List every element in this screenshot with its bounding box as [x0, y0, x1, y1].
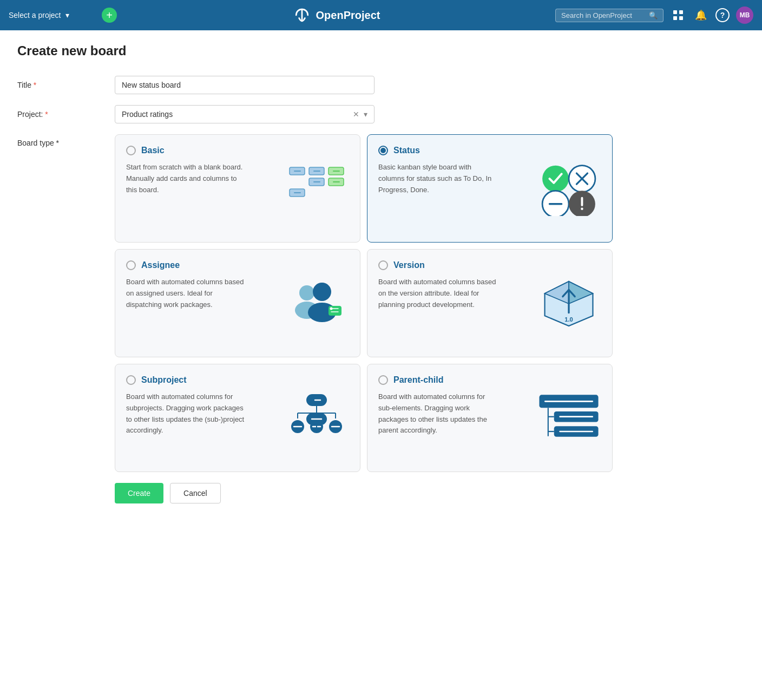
version-desc: Board with automated columns based on th… [378, 277, 497, 310]
subproject-header: Subproject [126, 375, 349, 385]
assignee-header: Assignee [126, 260, 349, 270]
status-icon [536, 162, 601, 216]
help-icon[interactable]: ? [715, 8, 730, 22]
create-button[interactable]: Create [115, 483, 163, 503]
clear-icon[interactable]: ✕ [353, 110, 359, 119]
svg-rect-29 [329, 306, 341, 316]
parent-child-icon [536, 391, 601, 446]
chevron-down-icon: ▾ [65, 11, 69, 19]
parent-child-radio[interactable] [378, 375, 388, 385]
basic-radio[interactable] [126, 146, 136, 155]
parent-child-body: Board with automated columns for sub-ele… [378, 391, 601, 461]
parent-child-header: Parent-child [378, 375, 601, 385]
search-box[interactable]: Search in OpenProject 🔍 [555, 9, 664, 22]
footer-buttons: Create Cancel [115, 483, 745, 503]
assignee-icon [284, 277, 349, 331]
app-header: Select a project ▾ + OpenProject Search … [0, 0, 762, 30]
title-input[interactable] [115, 76, 375, 94]
grid-icon[interactable] [670, 7, 686, 23]
status-radio[interactable] [378, 146, 388, 155]
svg-rect-0 [673, 10, 677, 14]
svg-point-27 [313, 283, 331, 301]
board-type-version[interactable]: Version Board with automated columns bas… [367, 249, 613, 357]
board-type-basic[interactable]: Basic Start from scratch with a blank bo… [115, 134, 360, 243]
project-selector-label: Select a project [9, 11, 61, 19]
version-icon: 1.0 [536, 277, 601, 331]
logo-text: OpenProject [316, 9, 380, 22]
project-label: Project: * [17, 110, 115, 119]
subproject-icon [284, 391, 349, 446]
assignee-desc: Board with automated columns based on as… [126, 277, 245, 310]
title-label: Title * [17, 81, 115, 89]
header-center: OpenProject [123, 5, 549, 25]
search-icon: 🔍 [649, 11, 658, 19]
board-type-grid: Basic Start from scratch with a blank bo… [115, 134, 613, 472]
basic-title: Basic [141, 146, 165, 155]
title-row: Title * [17, 76, 745, 94]
svg-point-16 [542, 166, 569, 192]
project-row: Project: * Product ratings ✕ ▾ [17, 105, 745, 123]
assignee-title: Assignee [141, 260, 180, 270]
svg-rect-1 [679, 10, 683, 14]
board-type-row: Board type * Basic Start from scratch wi… [17, 134, 745, 472]
svg-point-24 [581, 207, 583, 210]
status-desc: Basic kanban style board with columns fo… [378, 162, 497, 195]
search-label: Search in OpenProject [561, 11, 632, 19]
version-radio[interactable] [378, 260, 388, 270]
project-value: Product ratings [122, 110, 173, 119]
parent-child-title: Parent-child [393, 375, 443, 385]
page-title: Create new board [17, 43, 745, 58]
svg-rect-2 [673, 16, 677, 20]
dropdown-arrow-icon[interactable]: ▾ [364, 110, 367, 119]
cancel-button[interactable]: Cancel [170, 483, 221, 503]
basic-body: Start from scratch with a blank board. M… [126, 162, 349, 231]
notification-icon[interactable]: 🔔 [693, 7, 709, 23]
svg-rect-3 [679, 16, 683, 20]
logo-icon [292, 5, 312, 25]
status-header: Status [378, 146, 601, 155]
basic-desc: Start from scratch with a blank board. M… [126, 162, 245, 195]
subproject-body: Board with automated columns for subproj… [126, 391, 349, 461]
project-select-actions: ✕ ▾ [353, 110, 367, 119]
user-avatar[interactable]: MB [736, 6, 753, 24]
subproject-title: Subproject [141, 375, 187, 385]
version-body: Board with automated columns based on th… [378, 277, 601, 346]
board-type-parent-child[interactable]: Parent-child Board with automated column… [367, 364, 613, 472]
status-title: Status [393, 146, 420, 155]
subproject-desc: Board with automated columns for subproj… [126, 391, 245, 436]
assignee-body: Board with automated columns based on as… [126, 277, 349, 346]
add-project-button[interactable]: + [102, 8, 117, 23]
basic-icon [284, 162, 349, 216]
svg-point-25 [299, 285, 314, 300]
project-select[interactable]: Product ratings ✕ ▾ [115, 105, 375, 123]
version-title: Version [393, 260, 425, 270]
app-logo: OpenProject [292, 5, 380, 25]
board-type-subproject[interactable]: Subproject Board with automated columns … [115, 364, 360, 472]
status-body: Basic kanban style board with columns fo… [378, 162, 601, 231]
board-type-status[interactable]: Status Basic kanban style board with col… [367, 134, 613, 243]
version-header: Version [378, 260, 601, 270]
parent-child-desc: Board with automated columns for sub-ele… [378, 391, 497, 436]
basic-header: Basic [126, 146, 349, 155]
board-type-assignee[interactable]: Assignee Board with automated columns ba… [115, 249, 360, 357]
subproject-radio[interactable] [126, 375, 136, 385]
page-content: Create new board Title * Project: * Prod… [0, 30, 762, 516]
project-selector[interactable]: Select a project ▾ [9, 11, 95, 19]
assignee-radio[interactable] [126, 260, 136, 270]
svg-text:1.0: 1.0 [564, 316, 573, 323]
board-type-label: Board type * [17, 134, 115, 147]
